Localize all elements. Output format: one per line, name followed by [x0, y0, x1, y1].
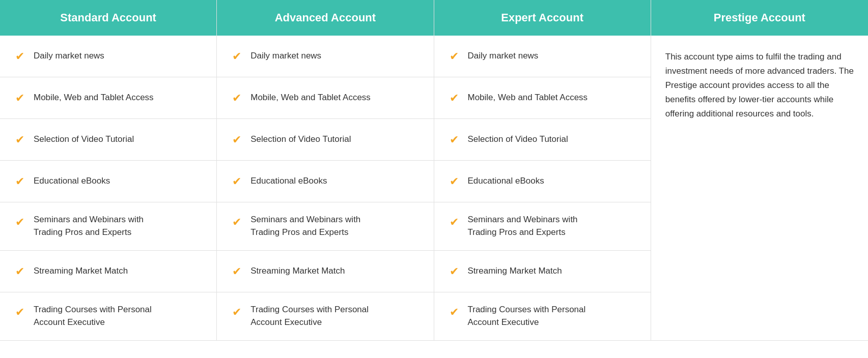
feature-text: Streaming Market Match [34, 265, 128, 278]
feature-cell-0-col-0: ✔Daily market news [0, 36, 217, 77]
feature-cell-0-col-2: ✔Daily market news [434, 36, 651, 77]
feature-cell-6-col-0: ✔Trading Courses with PersonalAccount Ex… [0, 292, 217, 341]
prestige-description-cell: This account type aims to fulfil the tra… [651, 36, 868, 341]
check-icon: ✔ [15, 175, 24, 188]
feature-line2: Account Executive [250, 317, 322, 327]
feature-text: Daily market news [34, 50, 104, 63]
features-grid: ✔Daily market news✔Daily market news✔Dai… [0, 36, 868, 341]
check-icon: ✔ [450, 216, 459, 229]
feature-text: Seminars and Webinars withTrading Pros a… [34, 214, 144, 238]
check-icon: ✔ [450, 133, 459, 146]
check-icon: ✔ [15, 50, 24, 63]
check-icon: ✔ [232, 265, 241, 278]
feature-cell-5-col-0: ✔Streaming Market Match [0, 251, 217, 292]
feature-text: Seminars and Webinars withTrading Pros a… [468, 214, 578, 238]
feature-cell-0-col-1: ✔Daily market news [217, 36, 434, 77]
header-standard-label: Standard Account [60, 11, 156, 24]
header-advanced-label: Advanced Account [275, 11, 376, 24]
check-icon: ✔ [450, 265, 459, 278]
feature-text: Educational eBooks [468, 175, 544, 188]
feature-cell-6-col-2: ✔Trading Courses with PersonalAccount Ex… [434, 292, 651, 341]
feature-cell-4-col-1: ✔Seminars and Webinars withTrading Pros … [217, 202, 434, 251]
check-icon: ✔ [232, 92, 241, 105]
feature-text: Trading Courses with PersonalAccount Exe… [468, 304, 586, 329]
feature-text: Selection of Video Tutorial [250, 133, 351, 146]
check-icon: ✔ [232, 175, 241, 188]
feature-cell-3-col-1: ✔Educational eBooks [217, 161, 434, 202]
feature-text: Seminars and Webinars withTrading Pros a… [250, 214, 360, 238]
feature-cell-1-col-0: ✔Mobile, Web and Tablet Access [0, 77, 217, 119]
feature-line1: Seminars and Webinars with [250, 215, 360, 224]
check-icon: ✔ [15, 265, 24, 278]
check-icon: ✔ [232, 133, 241, 146]
feature-text: Educational eBooks [250, 175, 327, 188]
feature-text: Streaming Market Match [468, 265, 562, 278]
table-container: Standard Account Advanced Account Expert… [0, 0, 868, 341]
feature-cell-1-col-1: ✔Mobile, Web and Tablet Access [217, 77, 434, 119]
feature-text: Selection of Video Tutorial [468, 133, 568, 146]
feature-cell-2-col-1: ✔Selection of Video Tutorial [217, 119, 434, 161]
feature-cell-3-col-0: ✔Educational eBooks [0, 161, 217, 202]
header-expert: Expert Account [434, 0, 651, 36]
feature-cell-4-col-2: ✔Seminars and Webinars withTrading Pros … [434, 202, 651, 251]
feature-line1: Trading Courses with Personal [34, 305, 152, 314]
feature-line2: Trading Pros and Experts [34, 227, 131, 237]
check-icon: ✔ [450, 92, 459, 105]
feature-line2: Trading Pros and Experts [250, 227, 348, 237]
feature-line2: Account Executive [468, 317, 539, 327]
check-icon: ✔ [450, 175, 459, 188]
feature-text: Streaming Market Match [250, 265, 345, 278]
check-icon: ✔ [232, 216, 241, 229]
feature-cell-5-col-1: ✔Streaming Market Match [217, 251, 434, 292]
check-icon: ✔ [232, 50, 241, 63]
check-icon: ✔ [15, 92, 24, 105]
feature-text: Daily market news [468, 50, 539, 63]
check-icon: ✔ [15, 306, 24, 319]
feature-line2: Account Executive [34, 317, 105, 327]
feature-line1: Seminars and Webinars with [468, 215, 578, 224]
feature-line2: Trading Pros and Experts [468, 227, 566, 237]
header-advanced: Advanced Account [217, 0, 434, 36]
check-icon: ✔ [232, 306, 241, 319]
feature-text: Trading Courses with PersonalAccount Exe… [250, 304, 369, 329]
feature-line1: Seminars and Webinars with [34, 215, 144, 224]
feature-line1: Trading Courses with Personal [250, 305, 369, 314]
check-icon: ✔ [15, 133, 24, 146]
feature-cell-3-col-2: ✔Educational eBooks [434, 161, 651, 202]
feature-text: Selection of Video Tutorial [34, 133, 134, 146]
check-icon: ✔ [15, 216, 24, 229]
feature-text: Mobile, Web and Tablet Access [250, 92, 371, 104]
feature-text: Educational eBooks [34, 175, 110, 188]
check-icon: ✔ [450, 306, 459, 319]
feature-cell-2-col-2: ✔Selection of Video Tutorial [434, 119, 651, 161]
check-icon: ✔ [450, 50, 459, 63]
header-expert-label: Expert Account [501, 11, 583, 24]
feature-text: Daily market news [250, 50, 321, 63]
feature-cell-1-col-2: ✔Mobile, Web and Tablet Access [434, 77, 651, 119]
feature-text: Trading Courses with PersonalAccount Exe… [34, 304, 152, 329]
feature-cell-5-col-2: ✔Streaming Market Match [434, 251, 651, 292]
feature-text: Mobile, Web and Tablet Access [34, 92, 154, 104]
header-prestige-label: Prestige Account [714, 11, 805, 24]
header-prestige: Prestige Account [651, 0, 868, 36]
feature-cell-2-col-0: ✔Selection of Video Tutorial [0, 119, 217, 161]
header-standard: Standard Account [0, 0, 217, 36]
feature-cell-4-col-0: ✔Seminars and Webinars withTrading Pros … [0, 202, 217, 251]
feature-line1: Trading Courses with Personal [468, 305, 586, 314]
feature-text: Mobile, Web and Tablet Access [468, 92, 588, 104]
prestige-description-text: This account type aims to fulfil the tra… [665, 52, 854, 118]
feature-cell-6-col-1: ✔Trading Courses with PersonalAccount Ex… [217, 292, 434, 341]
